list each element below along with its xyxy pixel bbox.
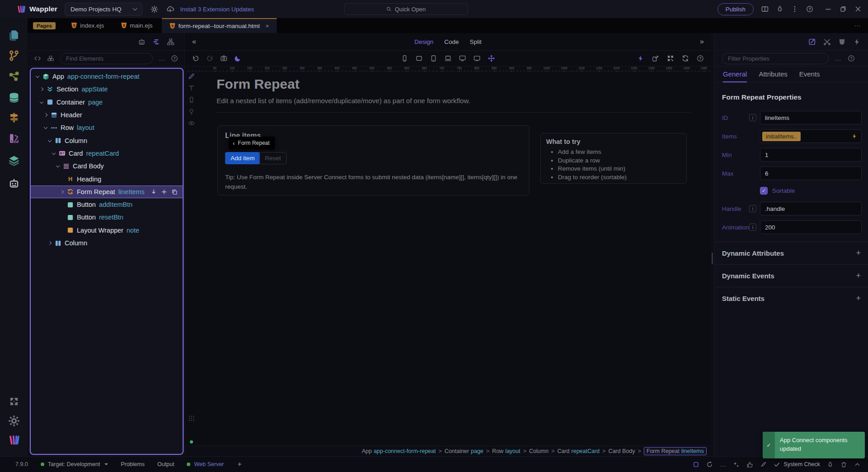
rail-git-button[interactable] <box>8 50 20 62</box>
splitter-handle[interactable] <box>712 253 713 264</box>
text-tool-icon[interactable] <box>188 85 195 91</box>
dynamic-bolt-icon[interactable] <box>853 38 861 46</box>
chevron-down-icon[interactable] <box>34 76 41 77</box>
rail-styles-button[interactable] <box>8 133 20 144</box>
find-elements-input[interactable] <box>60 53 153 64</box>
tree-item-page[interactable]: Containerpage <box>31 96 183 109</box>
edit-properties-icon[interactable] <box>808 38 816 46</box>
breadcrumb-item-layout[interactable]: Rowlayout <box>492 448 520 454</box>
add-plus-icon[interactable] <box>856 248 861 258</box>
reset-button[interactable]: Reset <box>259 152 287 164</box>
breadcrumb-item-repeatcard[interactable]: CardrepeatCard <box>557 448 600 454</box>
rail-pro-features-button[interactable] <box>8 434 20 446</box>
tree-item-column[interactable]: Column <box>31 134 183 147</box>
phone-preview-icon[interactable] <box>188 96 195 103</box>
toast-notification[interactable]: App Connect components updated <box>763 432 865 458</box>
web-server-button[interactable]: Web Server <box>187 461 224 467</box>
cut-tools-icon[interactable] <box>823 38 831 46</box>
expand-panel-icon[interactable] <box>700 38 704 46</box>
help-icon[interactable]: ? <box>848 55 855 62</box>
handle-input[interactable] <box>760 202 862 215</box>
add-panel-icon[interactable] <box>237 460 241 468</box>
chevron-right-icon[interactable] <box>42 114 49 116</box>
animation-input[interactable] <box>760 220 862 234</box>
more-menu-icon[interactable] <box>791 5 798 13</box>
chevron-up-icon[interactable] <box>854 461 861 468</box>
project-selector[interactable]: Demo Projects HQ <box>65 3 142 16</box>
tree-item-lineitems[interactable]: Form RepeatlineItems <box>31 186 183 198</box>
device-tablet-icon[interactable] <box>430 55 437 62</box>
feedback-thumb-icon[interactable] <box>746 461 753 468</box>
sync-rotate-icon[interactable] <box>706 461 713 468</box>
chevron-right-icon[interactable] <box>47 242 53 244</box>
section-dynamic-events[interactable]: Dynamic Events <box>715 264 868 287</box>
tab-design[interactable]: Design <box>415 38 434 45</box>
edit-pen-icon[interactable] <box>188 73 195 80</box>
help-icon[interactable]: ? <box>171 55 178 62</box>
dark-mode-moon-icon[interactable] <box>234 55 241 62</box>
sitemap-icon[interactable] <box>167 38 175 46</box>
rail-layers-button[interactable] <box>8 155 20 167</box>
tree-item-note[interactable]: Layout Wrappernote <box>31 224 183 237</box>
css-shield-icon[interactable] <box>838 38 846 46</box>
rail-experimental-button[interactable] <box>8 415 20 427</box>
collapse-panel-icon[interactable] <box>192 38 196 46</box>
panel-layout-icon[interactable] <box>761 5 769 13</box>
rail-ai-assistant-button[interactable] <box>8 177 20 189</box>
device-phone-icon[interactable] <box>401 55 408 62</box>
chevron-right-icon[interactable] <box>59 191 65 193</box>
id-input[interactable] <box>760 111 862 124</box>
rail-database-button[interactable] <box>8 92 20 104</box>
device-desktop-icon[interactable] <box>459 55 466 62</box>
more-options-icon[interactable] <box>720 461 726 468</box>
tab-overflow-icon[interactable] <box>854 22 861 30</box>
ai-robot-icon[interactable] <box>138 38 146 46</box>
tab-form-repeat-tour-manual-html[interactable]: 5form-repeat--tour-manual.html <box>162 18 277 33</box>
tab-split[interactable]: Split <box>470 38 481 45</box>
tree-item-app-connect-form-repeat[interactable]: Appapp-connect-form-repeat <box>31 70 183 83</box>
trash-icon[interactable] <box>840 461 847 468</box>
tree-item-column[interactable]: Column <box>31 237 183 249</box>
close-tab-icon[interactable] <box>266 23 269 29</box>
move-down-icon[interactable] <box>151 189 157 195</box>
tree-item-repeatcard[interactable]: CardrepeatCard <box>31 147 183 160</box>
tree-item-appstate[interactable]: SectionappState <box>31 83 183 95</box>
settings-gear-icon[interactable] <box>151 5 158 13</box>
output-button[interactable]: Output <box>157 461 175 467</box>
form-repeat-tooltip[interactable]: Form Repeat <box>229 137 275 149</box>
open-in-browser-icon[interactable] <box>652 55 659 62</box>
tab-main-ejs[interactable]: 5main.ejs <box>113 18 160 33</box>
components-icon[interactable] <box>47 55 54 62</box>
breadcrumb-item-card-body[interactable]: Card Body <box>609 448 635 454</box>
inspect-lamp-icon[interactable] <box>188 108 195 115</box>
items-expression-token[interactable]: initialItems.. <box>762 132 801 141</box>
cleanup-brush-icon[interactable] <box>760 461 767 468</box>
cloud-download-icon[interactable] <box>166 5 174 13</box>
sparkles-icon[interactable] <box>733 461 740 468</box>
section-dynamic-attributes[interactable]: Dynamic Attributes <box>715 242 868 264</box>
extension-updates-link[interactable]: Install 3 Extension Updates <box>180 6 255 13</box>
max-input[interactable] <box>760 167 862 180</box>
pages-badge[interactable]: Pages <box>33 22 56 29</box>
add-item-button[interactable]: Add item <box>225 152 260 164</box>
more-options-icon[interactable] <box>835 55 841 62</box>
breadcrumb-item-lineitems[interactable]: Form RepeatlineItems <box>644 447 707 455</box>
min-input[interactable] <box>760 148 862 162</box>
problems-button[interactable]: Problems <box>121 461 145 467</box>
tab-code[interactable]: Code <box>444 38 459 45</box>
chevron-down-icon[interactable] <box>38 101 45 103</box>
target-selector[interactable]: Target: Development <box>41 461 108 467</box>
add-child-icon[interactable] <box>161 189 167 195</box>
duplicate-icon[interactable] <box>171 189 178 195</box>
screenshot-camera-icon[interactable] <box>220 55 227 62</box>
add-plus-icon[interactable] <box>856 271 861 281</box>
frame-select-icon[interactable] <box>693 461 699 468</box>
tree-item-additembtn[interactable]: ButtonaddItemBtn <box>31 198 183 211</box>
rail-routes-button[interactable] <box>8 112 20 124</box>
info-icon[interactable] <box>749 224 756 231</box>
tree-item-resetbtn[interactable]: ButtonresetBtn <box>31 211 183 224</box>
tree-item-header[interactable]: Header <box>31 109 183 121</box>
grid-dots-icon[interactable] <box>188 415 195 422</box>
publish-button[interactable]: Publish <box>717 3 754 15</box>
code-view-icon[interactable] <box>34 55 41 62</box>
